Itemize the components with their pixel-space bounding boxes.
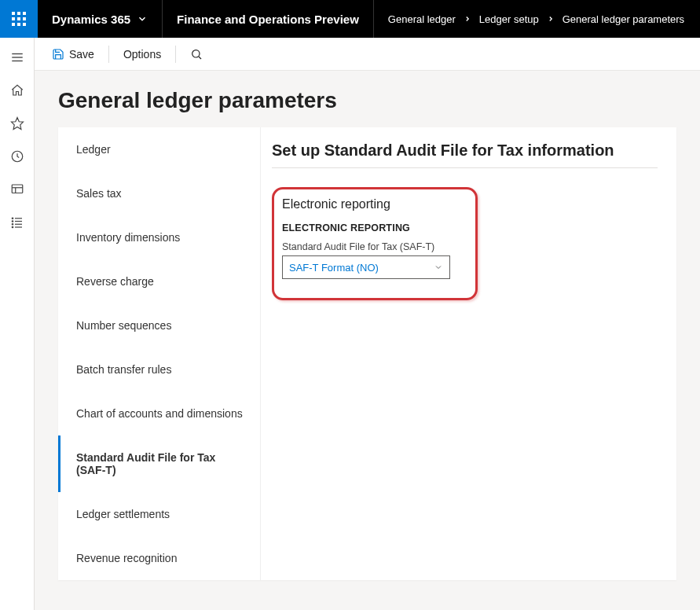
separator — [108, 46, 109, 63]
highlight-annotation: Electronic reporting ELECTRONIC REPORTIN… — [272, 187, 478, 300]
tab-batch-transfer-rules[interactable]: Batch transfer rules — [58, 347, 260, 391]
tab-ledger-settlements[interactable]: Ledger settlements — [58, 492, 260, 536]
chevron-down-icon — [137, 13, 148, 24]
tab-reverse-charge[interactable]: Reverse charge — [58, 259, 260, 303]
page-title: General ledger parameters — [58, 88, 676, 113]
svg-rect-5 — [12, 185, 23, 193]
nav-home-button[interactable] — [0, 75, 35, 105]
tab-list: Ledger Sales tax Inventory dimensions Re… — [58, 127, 261, 580]
breadcrumb-item[interactable]: General ledger — [388, 13, 456, 25]
left-nav-rail — [0, 38, 35, 610]
star-icon — [10, 116, 24, 130]
svg-marker-3 — [11, 118, 23, 130]
nav-modules-button[interactable] — [0, 208, 35, 237]
detail-title: Set up Standard Audit File for Tax infor… — [272, 141, 658, 168]
tab-revenue-recognition[interactable]: Revenue recognition — [58, 536, 260, 580]
breadcrumb-item[interactable]: General ledger parameters — [563, 13, 684, 25]
options-button-label: Options — [123, 48, 161, 61]
svg-point-15 — [12, 226, 13, 228]
tab-ledger[interactable]: Ledger — [58, 127, 260, 171]
app-top-bar: Dynamics 365 Finance and Operations Prev… — [0, 0, 700, 38]
parameters-panel: Ledger Sales tax Inventory dimensions Re… — [58, 127, 676, 580]
save-button-label: Save — [69, 48, 94, 61]
svg-point-13 — [12, 221, 13, 222]
chevron-right-icon — [547, 15, 555, 23]
nav-recent-button[interactable] — [0, 141, 35, 171]
select-value: SAF-T Format (NO) — [289, 262, 379, 274]
save-button[interactable]: Save — [42, 43, 104, 65]
chevron-down-icon — [434, 263, 443, 272]
section-title: Electronic reporting — [282, 197, 464, 211]
tab-chart-of-accounts[interactable]: Chart of accounts and dimensions — [58, 391, 260, 435]
brand-menu[interactable]: Dynamics 365 — [38, 0, 162, 38]
list-icon — [10, 215, 24, 230]
brand-label: Dynamics 365 — [52, 13, 130, 26]
clock-icon — [10, 149, 24, 164]
nav-favorites-button[interactable] — [0, 108, 35, 138]
home-icon — [10, 83, 24, 97]
nav-workspaces-button[interactable] — [0, 175, 35, 204]
nav-menu-button[interactable] — [0, 42, 35, 72]
search-icon — [190, 48, 203, 61]
tab-number-sequences[interactable]: Number sequences — [58, 303, 260, 347]
separator — [175, 46, 176, 63]
field-label-saf-t: Standard Audit File for Tax (SAF-T) — [282, 241, 464, 252]
workspace-icon — [10, 182, 24, 197]
breadcrumb-item[interactable]: Ledger setup — [479, 13, 539, 25]
svg-point-14 — [12, 224, 13, 226]
tab-inventory-dimensions[interactable]: Inventory dimensions — [58, 215, 260, 259]
app-launcher-button[interactable] — [0, 0, 38, 38]
section-subheading: ELECTRONIC REPORTING — [282, 222, 464, 233]
chevron-right-icon — [464, 15, 471, 23]
svg-line-17 — [199, 57, 201, 59]
options-button[interactable]: Options — [114, 43, 170, 65]
command-bar: Save Options — [35, 38, 700, 71]
module-title: Finance and Operations Preview — [163, 0, 373, 38]
tab-sales-tax[interactable]: Sales tax — [58, 171, 260, 215]
menu-icon — [10, 50, 24, 64]
tab-saf-t[interactable]: Standard Audit File for Tax (SAF-T) — [58, 435, 260, 492]
module-title-label: Finance and Operations Preview — [177, 13, 359, 26]
tab-content: Set up Standard Audit File for Tax infor… — [261, 127, 676, 580]
waffle-icon — [12, 12, 26, 26]
find-button[interactable] — [181, 43, 212, 65]
svg-point-12 — [12, 218, 13, 219]
breadcrumb: General ledger Ledger setup General ledg… — [374, 0, 700, 38]
svg-point-16 — [192, 50, 200, 57]
save-icon — [52, 48, 64, 61]
saf-t-format-select[interactable]: SAF-T Format (NO) — [282, 255, 450, 279]
